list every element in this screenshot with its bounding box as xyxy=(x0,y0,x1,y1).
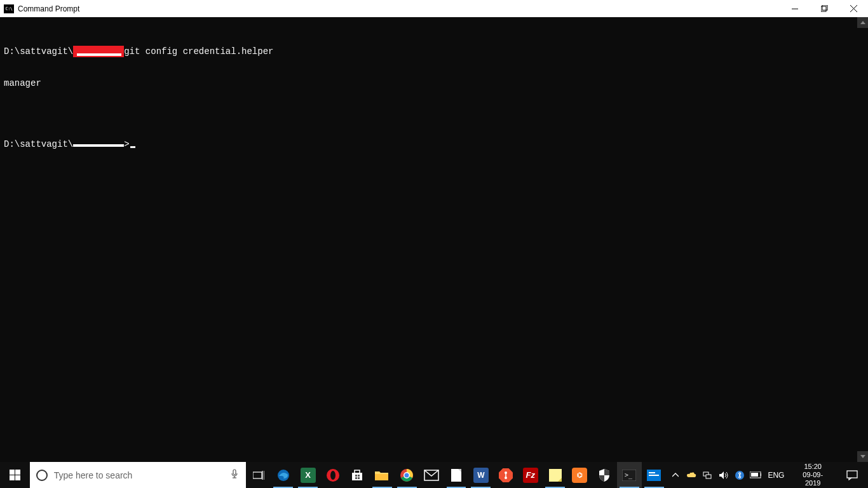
tray-overflow-icon[interactable] xyxy=(670,473,681,477)
terminal-area[interactable]: D:\sattvagit\git config credential.helpe… xyxy=(0,17,868,462)
clock-date: 09-09-2019 xyxy=(796,471,830,487)
svg-rect-22 xyxy=(375,474,388,480)
notepad-icon xyxy=(451,468,462,482)
cursor xyxy=(130,146,135,148)
tray-bluetooth-icon[interactable] xyxy=(734,471,745,480)
redacted-red xyxy=(73,46,124,57)
svg-rect-45 xyxy=(761,473,761,476)
excel-icon: X xyxy=(301,468,316,483)
sticky-note-icon xyxy=(549,469,562,482)
taskbar: Type here to search X W Fz xyxy=(0,462,868,488)
svg-marker-6 xyxy=(860,455,865,458)
shield-icon xyxy=(598,468,611,482)
taskbar-app-excel[interactable]: X xyxy=(295,462,320,488)
tray-language[interactable]: ENG xyxy=(766,471,785,480)
command-text: git config credential.helper xyxy=(124,46,273,57)
mail-icon xyxy=(424,470,439,481)
svg-rect-46 xyxy=(751,473,758,477)
svg-point-25 xyxy=(405,473,409,477)
svg-rect-7 xyxy=(233,470,236,475)
taskbar-app-cmd[interactable]: >_ xyxy=(617,462,642,488)
windows-logo-icon xyxy=(10,470,20,480)
maximize-button[interactable] xyxy=(810,0,839,17)
settings-window-icon xyxy=(647,470,661,481)
svg-marker-5 xyxy=(860,21,865,24)
close-button[interactable] xyxy=(839,0,868,17)
minimize-button[interactable] xyxy=(780,0,810,17)
tray-network-icon[interactable] xyxy=(702,471,713,480)
svg-rect-21 xyxy=(358,477,360,479)
word-icon: W xyxy=(473,468,489,483)
svg-rect-41 xyxy=(706,475,711,478)
tray-battery-icon[interactable] xyxy=(750,471,761,478)
svg-rect-19 xyxy=(358,475,360,477)
taskbar-app-chrome[interactable] xyxy=(395,462,419,488)
start-button[interactable] xyxy=(0,462,30,488)
edge-icon xyxy=(276,468,290,482)
taskbar-app-sticky-notes[interactable] xyxy=(543,462,567,488)
svg-rect-2 xyxy=(822,5,827,10)
svg-rect-10 xyxy=(253,472,262,478)
store-icon xyxy=(350,468,364,482)
terminal-output[interactable]: D:\sattvagit\git config credential.helpe… xyxy=(0,17,857,462)
svg-rect-1 xyxy=(821,6,826,11)
taskbar-app-word[interactable]: W xyxy=(468,462,493,488)
taskbar-app-opera[interactable] xyxy=(320,462,345,488)
scroll-down-arrow[interactable] xyxy=(857,451,868,462)
opera-icon xyxy=(326,468,340,482)
svg-rect-20 xyxy=(355,477,357,479)
window-titlebar: C:\ Command Prompt xyxy=(0,0,868,17)
svg-marker-42 xyxy=(719,471,724,479)
svg-rect-38 xyxy=(649,475,659,476)
prompt-caret: > xyxy=(124,139,129,149)
action-center-button[interactable] xyxy=(840,470,864,480)
redacted-white xyxy=(73,144,124,147)
taskbar-app-store[interactable] xyxy=(345,462,370,488)
taskbar-app-settings[interactable] xyxy=(642,462,667,488)
svg-rect-17 xyxy=(355,470,360,473)
task-view-icon xyxy=(253,471,264,480)
svg-point-15 xyxy=(330,471,336,480)
tray-clock[interactable]: 15:20 09-09-2019 xyxy=(790,463,835,487)
svg-rect-39 xyxy=(649,472,655,473)
svg-rect-18 xyxy=(355,475,357,477)
folder-icon xyxy=(374,469,390,482)
window-title: Command Prompt xyxy=(18,4,79,13)
scroll-up-arrow[interactable] xyxy=(857,17,868,28)
taskbar-app-notepad[interactable] xyxy=(444,462,469,488)
taskbar-app-mail[interactable] xyxy=(419,462,444,488)
svg-text:>_: >_ xyxy=(625,471,633,479)
scrollbar[interactable] xyxy=(857,17,868,462)
taskbar-app-git[interactable] xyxy=(493,462,518,488)
output-text: manager xyxy=(4,78,41,88)
taskbar-app-filezilla[interactable]: Fz xyxy=(518,462,543,488)
xampp-icon: ⌬ xyxy=(572,468,587,483)
tray-volume-icon[interactable] xyxy=(718,471,729,480)
cmd-icon: C:\ xyxy=(4,4,14,13)
svg-rect-27 xyxy=(451,469,461,482)
git-icon xyxy=(499,468,513,482)
mic-icon[interactable] xyxy=(231,469,238,481)
chrome-icon xyxy=(400,468,414,482)
taskbar-app-file-explorer[interactable] xyxy=(370,462,395,488)
tray-onedrive-icon[interactable] xyxy=(686,471,697,480)
clock-time: 15:20 xyxy=(796,463,830,471)
system-tray: ENG 15:20 09-09-2019 xyxy=(667,462,868,488)
notification-icon xyxy=(846,470,858,480)
taskbar-app-xampp[interactable]: ⌬ xyxy=(567,462,592,488)
search-placeholder: Type here to search xyxy=(54,470,133,480)
taskbar-app-edge[interactable] xyxy=(271,462,295,488)
task-view-button[interactable] xyxy=(246,462,271,488)
taskbar-app-security[interactable] xyxy=(592,462,617,488)
prompt-path: D:\sattvagit\ xyxy=(4,139,73,149)
cortana-icon xyxy=(36,470,48,481)
prompt-path: D:\sattvagit\ xyxy=(4,46,73,57)
svg-rect-47 xyxy=(847,471,857,478)
search-input[interactable]: Type here to search xyxy=(30,462,247,488)
cmd-icon: >_ xyxy=(622,470,636,481)
filezilla-icon: Fz xyxy=(523,468,538,483)
